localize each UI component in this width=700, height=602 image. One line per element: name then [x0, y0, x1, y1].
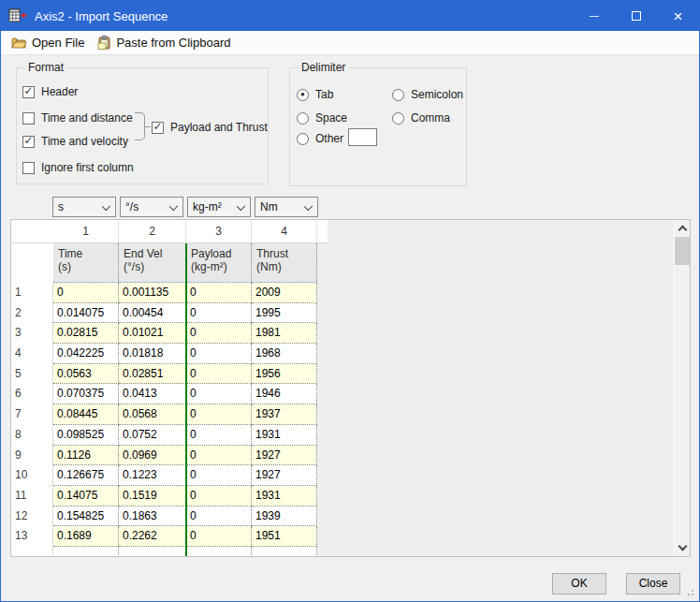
grid-cell[interactable]: 0.014075 — [53, 303, 119, 324]
grid-cell[interactable]: 0.1519 — [119, 486, 186, 507]
open-file-button[interactable]: Open File — [5, 34, 91, 51]
grid-column-number[interactable]: 3 — [186, 220, 252, 242]
grid-cell[interactable]: 0.070375 — [53, 384, 119, 404]
space-radio[interactable] — [297, 112, 309, 125]
payload-unit-dropdown[interactable]: kg-m² — [187, 197, 251, 217]
grid-cell[interactable]: 1931 — [252, 425, 317, 446]
grid-cell[interactable]: 0.1126 — [53, 446, 119, 466]
grid-row-number[interactable]: 12 — [11, 507, 53, 527]
grid-cell[interactable]: 0 — [53, 283, 119, 303]
grid-row-number[interactable]: 8 — [11, 425, 53, 446]
velocity-unit-dropdown[interactable]: °/s — [120, 197, 183, 217]
grid-cell[interactable]: 0 — [186, 364, 252, 385]
grid-cell[interactable]: 0 — [186, 303, 252, 324]
time-velocity-checkbox[interactable]: ✓ — [22, 136, 35, 148]
payload-thrust-checkbox-row[interactable]: ✓ Payload and Thrust — [152, 121, 268, 134]
grid-cell[interactable]: 0 — [186, 384, 252, 404]
grid-header-cell[interactable]: Thrust(Nm) — [252, 243, 317, 283]
grid-cell[interactable]: 0.154825 — [53, 507, 119, 527]
space-radio-row[interactable]: Space — [297, 111, 347, 125]
grid-cell[interactable]: 1968 — [252, 344, 317, 364]
comma-radio-row[interactable]: Comma — [392, 111, 450, 125]
header-checkbox-row[interactable]: ✓ Header — [22, 85, 78, 98]
grid-cell[interactable]: 0 — [186, 425, 252, 446]
minimize-button[interactable] — [573, 1, 615, 31]
grid-cell[interactable]: 0.01021 — [119, 323, 186, 344]
grid-row-number[interactable]: 10 — [11, 465, 53, 486]
grid-cell[interactable]: 0.1863 — [119, 507, 186, 527]
grid-cell[interactable]: 1927 — [252, 446, 317, 466]
grid-cell[interactable]: 0.0752 — [119, 425, 186, 446]
grid-cell[interactable]: 0.1689 — [53, 526, 119, 547]
grid-row-number[interactable]: 3 — [11, 323, 53, 344]
time-velocity-checkbox-row[interactable]: ✓ Time and velocity — [22, 135, 128, 148]
other-delimiter-input[interactable] — [348, 128, 377, 146]
grid-row-number[interactable]: 5 — [11, 364, 53, 385]
grid-row-number[interactable]: 9 — [11, 446, 53, 466]
ignore-first-column-checkbox-row[interactable]: Ignore first column — [22, 161, 134, 174]
other-radio-row[interactable]: Other — [297, 132, 343, 145]
other-radio[interactable] — [297, 133, 309, 145]
tab-radio[interactable]: ● — [297, 89, 309, 101]
grid-cell[interactable]: 0.00454 — [119, 303, 186, 324]
grid-row-number[interactable]: 7 — [11, 404, 53, 425]
grid-header-cell[interactable]: Time(s) — [53, 243, 119, 283]
grid-cell[interactable]: 0 — [186, 323, 252, 344]
grid-cell[interactable]: 0.0568 — [119, 404, 186, 425]
grid-header-cell[interactable]: End Vel(°/s) — [119, 243, 186, 283]
grid-row-number[interactable]: 11 — [11, 486, 53, 507]
grid-row-number[interactable]: 2 — [11, 303, 53, 324]
grid-row-number[interactable]: 1 — [11, 283, 53, 303]
ignore-first-column-checkbox[interactable] — [22, 162, 35, 174]
grid-cell[interactable]: 1956 — [252, 364, 317, 385]
grid-row-number[interactable]: 4 — [11, 344, 53, 364]
scrollbar-thumb[interactable] — [675, 237, 691, 265]
grid-cell[interactable]: 0 — [186, 446, 252, 466]
comma-radio[interactable] — [392, 112, 404, 125]
grid-cell[interactable]: 1995 — [252, 303, 317, 324]
grid-row-number[interactable]: 6 — [11, 384, 53, 404]
ok-button[interactable]: OK — [552, 573, 606, 595]
scroll-down-icon[interactable] — [678, 542, 688, 551]
grid-cell[interactable]: 0.02851 — [119, 364, 186, 385]
close-button[interactable]: × — [657, 1, 699, 31]
grid-cell[interactable]: 0.1223 — [119, 465, 186, 486]
grid-cell[interactable]: 0 — [186, 526, 252, 547]
grid-row-number[interactable]: 13 — [11, 526, 53, 547]
grid-cell[interactable]: 1951 — [252, 526, 317, 547]
scroll-up-icon[interactable] — [678, 226, 688, 235]
grid-cell[interactable]: 0.2262 — [119, 526, 186, 547]
grid-cell[interactable]: 0 — [186, 344, 252, 364]
grid-cell[interactable]: 1931 — [252, 486, 317, 507]
semicolon-radio-row[interactable]: Semicolon — [392, 88, 463, 101]
grid-cell[interactable]: 2009 — [252, 283, 317, 303]
time-unit-dropdown[interactable]: s — [52, 197, 116, 217]
grid-cell[interactable]: 0 — [186, 283, 252, 303]
grid-cell[interactable]: 0.02815 — [53, 323, 119, 344]
grid-cell[interactable]: 0 — [186, 465, 252, 486]
header-checkbox[interactable]: ✓ — [22, 86, 35, 98]
resize-grip[interactable] — [685, 587, 694, 596]
grid-header-cell[interactable]: Payload(kg-m²) — [186, 243, 252, 283]
thrust-unit-dropdown[interactable]: Nm — [255, 197, 318, 217]
maximize-button[interactable] — [615, 1, 657, 31]
grid-cell[interactable]: 0.01818 — [119, 344, 186, 364]
grid-cell[interactable]: 0.0563 — [53, 364, 119, 385]
grid-column-number[interactable]: 4 — [252, 220, 317, 242]
payload-thrust-checkbox[interactable]: ✓ — [152, 122, 164, 134]
grid-cell[interactable]: 0 — [186, 486, 252, 507]
grid-cell[interactable]: 1981 — [252, 323, 317, 344]
grid-cell[interactable]: 0.001135 — [119, 283, 186, 303]
grid-cell[interactable]: 1927 — [252, 465, 317, 486]
grid-cell[interactable]: 1937 — [252, 404, 317, 425]
tab-radio-row[interactable]: ● Tab — [297, 88, 333, 101]
grid-cell[interactable]: 0.08445 — [53, 404, 119, 425]
grid-cell[interactable]: 0.126675 — [53, 465, 119, 486]
grid-cell[interactable]: 0.14075 — [53, 486, 119, 507]
grid-column-number[interactable]: 2 — [119, 220, 186, 242]
grid-cell[interactable]: 1946 — [252, 384, 317, 404]
paste-from-clipboard-button[interactable]: Paste from Clipboard — [91, 34, 237, 51]
grid-cell[interactable]: 0 — [186, 404, 252, 425]
time-distance-checkbox-row[interactable]: Time and distance — [22, 111, 133, 125]
grid-column-number[interactable]: 1 — [53, 220, 119, 242]
